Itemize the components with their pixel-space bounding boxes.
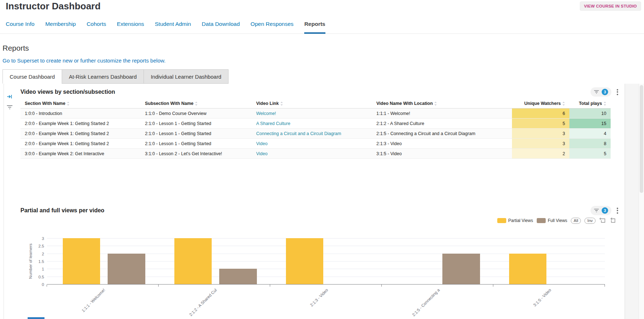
video-link[interactable]: Connecting a Circuit and a Circuit Diagr… [252,129,372,139]
table-row: 2:0:0 - Example Week 1: Getting Started … [20,139,611,149]
gridline [47,246,605,246]
sort-icon [562,102,565,106]
legend-label: Full Views [548,218,567,223]
nav-tab-student-admin[interactable]: Student Admin [155,19,191,33]
bar-partial-views[interactable] [509,254,546,284]
cell-video-name: 3:1:5 - Video [372,149,512,159]
cell-video-name: 2:1:5 - Connecting a Circuit and a Circu… [372,129,512,139]
video-link[interactable]: Video [252,139,372,149]
video-link[interactable]: Welcome! [252,108,372,119]
chart-card-title: Partial and full views per video [20,207,104,214]
filter-icon[interactable] [7,105,13,111]
tab-course-dashboard[interactable]: Course Dashboard [3,69,62,84]
table-header-row: Section With Name Subsection With Name V… [20,99,611,108]
cell-subsection: 2:1:0 - Lesson 1 - Getting Started [141,139,252,149]
bar-full-views[interactable] [219,269,257,284]
y-tick-label: 2 [30,252,44,256]
chart-legend: Partial Views Full Views All Inv [497,217,616,224]
cell-video-name: 1:1:1 - Welcome! [372,108,512,119]
nav-tab-extensions[interactable]: Extensions [117,19,144,33]
table-filter-pill[interactable]: 3 [591,87,611,97]
reports-heading: Reports [3,44,29,52]
partially-visible-element [28,317,44,319]
expand-filter-bar-icon[interactable] [7,94,13,101]
tab-individual-learner-dashboard[interactable]: Individual Learner Dashboard [144,69,229,84]
zoom-select-icon[interactable] [599,217,606,224]
legend-label: Partial Views [508,218,533,223]
y-tick-label: 1.5 [30,259,44,264]
sort-icon [195,102,198,106]
legend-inv-button[interactable]: Inv [584,218,596,224]
table-row: 2:0:0 - Example Week 1: Getting Started … [20,119,611,129]
view-course-in-studio-button[interactable]: VIEW COURSE IN STUDIO [580,1,641,11]
cell-section: 2:0:0 - Example Week 1: Getting Started … [20,129,141,139]
superset-link[interactable]: Go to Superset to create new or further … [3,57,165,64]
x-axis-tick [158,285,159,287]
cell-unique-watchers: 6 [512,108,569,119]
cell-total-plays: 4 [569,129,611,139]
col-total-plays[interactable]: Total plays [569,99,611,108]
video-views-table: Section With Name Subsection With Name V… [20,99,611,159]
cell-unique-watchers: 3 [512,129,569,139]
col-unique-watchers[interactable]: Unique Watchers [512,99,569,108]
table-row: 3:0:0 - Example Week 2: Get Interactive … [20,149,611,159]
x-axis-tick [605,285,605,287]
cell-video-name: 2:1:3 - Video [372,139,512,149]
dashboard-main: Video views by section/subsection 3 Sect… [15,84,625,319]
vertical-scrollbar[interactable] [639,84,644,319]
y-tick-label: 3 [30,236,44,241]
video-link[interactable]: Video [252,149,372,159]
col-section-with-name[interactable]: Section With Name [20,99,141,108]
bar-partial-views[interactable] [63,238,100,284]
x-axis-tick [270,285,270,287]
legend-item-full-views[interactable]: Full Views [537,218,567,223]
cell-section: 2:0:0 - Example Week 1: Getting Started … [20,119,141,129]
bar-full-views[interactable] [442,254,480,284]
scrollbar-thumb[interactable] [640,85,643,193]
x-axis-tick [47,285,47,287]
cell-subsection: 2:1:0 - Lesson 1 - Getting Started [141,119,252,129]
nav-tab-reports[interactable]: Reports [304,19,325,34]
zoom-reset-icon[interactable] [609,217,616,224]
col-video-link[interactable]: Video Link [252,99,372,108]
bar-partial-views[interactable] [174,238,212,284]
sort-icon [67,102,70,106]
chart-kebab-menu-icon[interactable] [616,207,619,215]
cell-subsection: 2:1:0 - Lesson 1 - Getting Started [141,129,252,139]
tab-at-risk-learners-dashboard[interactable]: At-Risk Learners Dashboard [62,69,144,84]
cell-unique-watchers: 2 [512,149,569,159]
y-tick-label: 2.5 [30,244,44,248]
sort-icon [603,102,606,106]
x-axis-tick [381,285,382,287]
page-title: Instructor Dashboard [6,1,100,12]
table-card-controls: 3 [591,87,619,97]
nav-tab-data-download[interactable]: Data Download [202,19,240,33]
bar-partial-views[interactable] [286,238,323,284]
chart-filter-pill[interactable]: 3 [591,206,611,215]
nav-tab-course-info[interactable]: Course Info [6,19,34,33]
bar-full-views[interactable] [108,254,145,284]
cell-video-name: 2:1:2 - A Shared Culture [372,119,512,129]
funnel-icon [594,208,599,213]
legend-all-button[interactable]: All [571,218,581,224]
funnel-icon [594,90,599,94]
nav-tab-open-responses[interactable]: Open Responses [250,19,293,33]
y-tick-label: 0.5 [30,275,44,279]
cell-section: 3:0:0 - Example Week 2: Get Interactive [20,149,141,159]
table-kebab-menu-icon[interactable] [616,88,619,96]
table-row: 2:0:0 - Example Week 1: Getting Started … [20,129,611,139]
cell-total-plays: 15 [569,119,611,129]
nav-tab-cohorts[interactable]: Cohorts [86,19,106,33]
sort-icon [280,102,283,106]
col-subsection-with-name[interactable]: Subsection With Name [141,99,252,108]
x-category-label: 3:1:5 - Video [533,288,552,307]
x-axis-tick [493,285,493,287]
y-tick-label: 0 [30,282,44,287]
video-link[interactable]: A Shared Culture [252,119,372,129]
legend-item-partial-views[interactable]: Partial Views [497,218,533,223]
cell-subsection: 3:1:0 - Lesson 2 - Let's Get Interactive… [141,149,252,159]
col-video-name-with-location[interactable]: Video Name With Location [372,99,512,108]
table-card-title: Video views by section/subsection [20,89,115,95]
dashboard-left-gutter [4,84,15,319]
nav-tab-membership[interactable]: Membership [45,19,76,33]
